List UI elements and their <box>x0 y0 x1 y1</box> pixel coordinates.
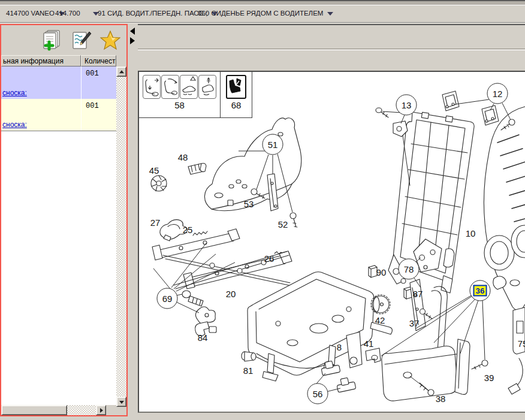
subgroup-dropdown[interactable]: 060 СИДЕНЬЕ РЯДОМ С ВОДИТЕЛЕМ <box>198 8 333 19</box>
part-label-26[interactable]: 26 <box>264 253 274 264</box>
horizontal-scroll-thumb[interactable] <box>1 405 67 415</box>
table-body: 001 сноска: 001 сноска: <box>1 67 116 405</box>
toolbar-divider <box>0 22 525 23</box>
part-label-84[interactable]: 84 <box>198 333 208 343</box>
part-label-37[interactable]: 37 <box>409 318 420 328</box>
favorites-star-icon[interactable] <box>100 30 120 50</box>
panel-splitter[interactable] <box>128 24 138 420</box>
table-row[interactable]: 001 сноска: <box>1 99 116 131</box>
collapse-left-icon[interactable] <box>130 28 135 35</box>
model-dropdown-label: 414700 VANEO <box>6 10 55 17</box>
part-label-10[interactable]: 10 <box>466 228 476 238</box>
part-label-75[interactable]: 75 <box>518 339 525 349</box>
selected-part-highlight[interactable]: 36 <box>473 285 487 297</box>
part-label-8[interactable]: 8 <box>337 342 342 352</box>
add-documents-icon[interactable] <box>40 29 63 51</box>
column-header-quantity[interactable]: Количеств <box>81 55 116 67</box>
quantity-value: 001 <box>86 70 99 78</box>
part-label-27[interactable]: 27 <box>150 217 161 228</box>
vertical-scroll-track[interactable] <box>116 77 126 397</box>
part-label-56[interactable]: 56 <box>307 383 328 404</box>
diagram-panel: 58 6 <box>138 24 525 420</box>
parts-list-panel: ьная информация Количеств 001 сноска: 00… <box>0 24 128 416</box>
part-label-45[interactable]: 45 <box>149 165 159 176</box>
part-label-41[interactable]: 41 <box>364 339 374 349</box>
part-label-52[interactable]: 52 <box>278 219 288 229</box>
part-label-81[interactable]: 81 <box>243 365 254 376</box>
column-separator <box>81 67 82 99</box>
part-label-51[interactable]: 51 <box>262 134 283 155</box>
scrollbar-corner <box>106 405 116 415</box>
title-strip <box>0 1 525 5</box>
group-dropdown-label: 91 СИД. ВОДИТ./ПЕРЕДН. ПАСС.; <box>98 10 207 17</box>
edit-notes-icon[interactable] <box>71 29 92 51</box>
diagram-header-band <box>138 50 525 70</box>
parts-toolbar <box>1 25 126 55</box>
scroll-right-button[interactable] <box>96 405 106 415</box>
type-dropdown[interactable]: 414.700 <box>55 8 99 19</box>
type-dropdown-label: 414.700 <box>55 10 80 17</box>
part-label-78[interactable]: 78 <box>399 259 420 280</box>
part-label-69[interactable]: 69 <box>157 288 178 309</box>
part-label-48[interactable]: 48 <box>178 152 188 162</box>
part-label-38[interactable]: 38 <box>436 394 446 404</box>
table-header: ьная информация Количеств <box>1 55 116 67</box>
footnote-link[interactable]: сноска: <box>2 89 27 97</box>
part-label-36[interactable]: 36 <box>470 280 491 301</box>
quantity-value: 001 <box>86 102 99 110</box>
part-label-12[interactable]: 12 <box>487 83 508 104</box>
part-label-39[interactable]: 39 <box>484 373 494 383</box>
scroll-up-button[interactable] <box>116 67 126 77</box>
part-label-42[interactable]: 42 <box>375 315 385 325</box>
column-separator <box>81 99 82 131</box>
subgroup-dropdown-label: 060 СИДЕНЬЕ РЯДОМ С ВОДИТЕЛЕМ <box>198 10 323 17</box>
expand-right-icon[interactable] <box>130 37 135 44</box>
vertical-scrollbar[interactable] <box>116 67 126 407</box>
scroll-down-button[interactable] <box>116 397 126 407</box>
navigation-bar: 414700 VANEO 414.700 91 СИД. ВОДИТ./ПЕРЕ… <box>0 0 525 24</box>
part-label-90[interactable]: 90 <box>376 267 387 277</box>
part-label-13[interactable]: 13 <box>396 95 417 116</box>
chevron-down-icon[interactable] <box>327 12 333 16</box>
part-label-layer: 1312514845532725521026907887366920423784… <box>139 72 525 412</box>
epc-application-window: 414700 VANEO 414.700 91 СИД. ВОДИТ./ПЕРЕ… <box>0 0 525 420</box>
part-label-53[interactable]: 53 <box>244 199 254 209</box>
diagram-canvas[interactable]: 58 6 <box>138 71 525 413</box>
horizontal-scrollbar[interactable] <box>1 405 116 415</box>
diagram-toolbar-band <box>138 25 525 49</box>
footnote-link[interactable]: сноска: <box>2 120 27 129</box>
part-label-20[interactable]: 20 <box>226 289 236 299</box>
column-header-info[interactable]: ьная информация <box>1 55 81 67</box>
part-label-87[interactable]: 87 <box>413 289 423 299</box>
part-label-25[interactable]: 25 <box>183 225 193 235</box>
table-row[interactable]: 001 сноска: <box>1 67 116 99</box>
